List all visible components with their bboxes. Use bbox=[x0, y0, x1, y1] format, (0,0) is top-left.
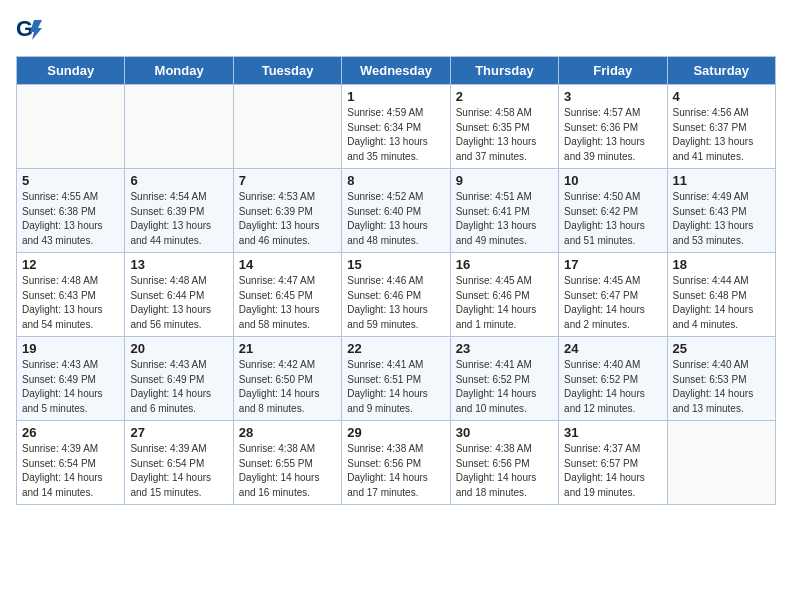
day-number: 23 bbox=[456, 341, 553, 356]
weekday-header: Wednesday bbox=[342, 57, 450, 85]
calendar-cell: 25Sunrise: 4:40 AM Sunset: 6:53 PM Dayli… bbox=[667, 337, 775, 421]
weekday-header: Sunday bbox=[17, 57, 125, 85]
day-info: Sunrise: 4:40 AM Sunset: 6:53 PM Dayligh… bbox=[673, 358, 770, 416]
calendar-cell bbox=[667, 421, 775, 505]
day-number: 8 bbox=[347, 173, 444, 188]
calendar-cell: 1Sunrise: 4:59 AM Sunset: 6:34 PM Daylig… bbox=[342, 85, 450, 169]
day-info: Sunrise: 4:41 AM Sunset: 6:52 PM Dayligh… bbox=[456, 358, 553, 416]
calendar-cell: 5Sunrise: 4:55 AM Sunset: 6:38 PM Daylig… bbox=[17, 169, 125, 253]
calendar-table: SundayMondayTuesdayWednesdayThursdayFrid… bbox=[16, 56, 776, 505]
calendar-cell: 17Sunrise: 4:45 AM Sunset: 6:47 PM Dayli… bbox=[559, 253, 667, 337]
calendar-cell: 18Sunrise: 4:44 AM Sunset: 6:48 PM Dayli… bbox=[667, 253, 775, 337]
calendar-cell: 16Sunrise: 4:45 AM Sunset: 6:46 PM Dayli… bbox=[450, 253, 558, 337]
page-header: G bbox=[16, 16, 776, 44]
day-number: 24 bbox=[564, 341, 661, 356]
day-number: 6 bbox=[130, 173, 227, 188]
day-info: Sunrise: 4:47 AM Sunset: 6:45 PM Dayligh… bbox=[239, 274, 336, 332]
day-number: 22 bbox=[347, 341, 444, 356]
calendar-cell: 29Sunrise: 4:38 AM Sunset: 6:56 PM Dayli… bbox=[342, 421, 450, 505]
calendar-week: 5Sunrise: 4:55 AM Sunset: 6:38 PM Daylig… bbox=[17, 169, 776, 253]
day-number: 14 bbox=[239, 257, 336, 272]
calendar-cell bbox=[17, 85, 125, 169]
day-number: 10 bbox=[564, 173, 661, 188]
calendar-cell: 14Sunrise: 4:47 AM Sunset: 6:45 PM Dayli… bbox=[233, 253, 341, 337]
calendar-week: 1Sunrise: 4:59 AM Sunset: 6:34 PM Daylig… bbox=[17, 85, 776, 169]
day-number: 3 bbox=[564, 89, 661, 104]
day-info: Sunrise: 4:43 AM Sunset: 6:49 PM Dayligh… bbox=[22, 358, 119, 416]
calendar-cell: 8Sunrise: 4:52 AM Sunset: 6:40 PM Daylig… bbox=[342, 169, 450, 253]
calendar-cell: 9Sunrise: 4:51 AM Sunset: 6:41 PM Daylig… bbox=[450, 169, 558, 253]
day-info: Sunrise: 4:57 AM Sunset: 6:36 PM Dayligh… bbox=[564, 106, 661, 164]
calendar-week: 26Sunrise: 4:39 AM Sunset: 6:54 PM Dayli… bbox=[17, 421, 776, 505]
day-number: 17 bbox=[564, 257, 661, 272]
day-info: Sunrise: 4:58 AM Sunset: 6:35 PM Dayligh… bbox=[456, 106, 553, 164]
day-number: 21 bbox=[239, 341, 336, 356]
calendar-cell: 6Sunrise: 4:54 AM Sunset: 6:39 PM Daylig… bbox=[125, 169, 233, 253]
day-info: Sunrise: 4:38 AM Sunset: 6:56 PM Dayligh… bbox=[347, 442, 444, 500]
calendar-cell: 26Sunrise: 4:39 AM Sunset: 6:54 PM Dayli… bbox=[17, 421, 125, 505]
day-info: Sunrise: 4:55 AM Sunset: 6:38 PM Dayligh… bbox=[22, 190, 119, 248]
calendar-cell: 27Sunrise: 4:39 AM Sunset: 6:54 PM Dayli… bbox=[125, 421, 233, 505]
calendar-cell: 2Sunrise: 4:58 AM Sunset: 6:35 PM Daylig… bbox=[450, 85, 558, 169]
calendar-cell: 12Sunrise: 4:48 AM Sunset: 6:43 PM Dayli… bbox=[17, 253, 125, 337]
day-info: Sunrise: 4:37 AM Sunset: 6:57 PM Dayligh… bbox=[564, 442, 661, 500]
day-info: Sunrise: 4:49 AM Sunset: 6:43 PM Dayligh… bbox=[673, 190, 770, 248]
day-number: 15 bbox=[347, 257, 444, 272]
calendar-cell: 21Sunrise: 4:42 AM Sunset: 6:50 PM Dayli… bbox=[233, 337, 341, 421]
calendar-cell: 20Sunrise: 4:43 AM Sunset: 6:49 PM Dayli… bbox=[125, 337, 233, 421]
day-info: Sunrise: 4:42 AM Sunset: 6:50 PM Dayligh… bbox=[239, 358, 336, 416]
logo-icon: G bbox=[16, 16, 44, 44]
day-number: 26 bbox=[22, 425, 119, 440]
weekday-header: Thursday bbox=[450, 57, 558, 85]
weekday-header: Monday bbox=[125, 57, 233, 85]
calendar-cell: 13Sunrise: 4:48 AM Sunset: 6:44 PM Dayli… bbox=[125, 253, 233, 337]
day-info: Sunrise: 4:48 AM Sunset: 6:43 PM Dayligh… bbox=[22, 274, 119, 332]
calendar-cell bbox=[233, 85, 341, 169]
day-info: Sunrise: 4:54 AM Sunset: 6:39 PM Dayligh… bbox=[130, 190, 227, 248]
day-info: Sunrise: 4:56 AM Sunset: 6:37 PM Dayligh… bbox=[673, 106, 770, 164]
day-number: 28 bbox=[239, 425, 336, 440]
day-number: 4 bbox=[673, 89, 770, 104]
day-number: 20 bbox=[130, 341, 227, 356]
day-number: 16 bbox=[456, 257, 553, 272]
calendar-cell: 7Sunrise: 4:53 AM Sunset: 6:39 PM Daylig… bbox=[233, 169, 341, 253]
day-number: 18 bbox=[673, 257, 770, 272]
calendar-cell: 24Sunrise: 4:40 AM Sunset: 6:52 PM Dayli… bbox=[559, 337, 667, 421]
day-info: Sunrise: 4:39 AM Sunset: 6:54 PM Dayligh… bbox=[22, 442, 119, 500]
day-number: 29 bbox=[347, 425, 444, 440]
calendar-cell bbox=[125, 85, 233, 169]
day-number: 11 bbox=[673, 173, 770, 188]
day-number: 9 bbox=[456, 173, 553, 188]
day-info: Sunrise: 4:39 AM Sunset: 6:54 PM Dayligh… bbox=[130, 442, 227, 500]
day-number: 12 bbox=[22, 257, 119, 272]
calendar-week: 12Sunrise: 4:48 AM Sunset: 6:43 PM Dayli… bbox=[17, 253, 776, 337]
day-info: Sunrise: 4:45 AM Sunset: 6:46 PM Dayligh… bbox=[456, 274, 553, 332]
day-info: Sunrise: 4:41 AM Sunset: 6:51 PM Dayligh… bbox=[347, 358, 444, 416]
day-info: Sunrise: 4:51 AM Sunset: 6:41 PM Dayligh… bbox=[456, 190, 553, 248]
calendar-cell: 11Sunrise: 4:49 AM Sunset: 6:43 PM Dayli… bbox=[667, 169, 775, 253]
calendar-cell: 4Sunrise: 4:56 AM Sunset: 6:37 PM Daylig… bbox=[667, 85, 775, 169]
day-info: Sunrise: 4:40 AM Sunset: 6:52 PM Dayligh… bbox=[564, 358, 661, 416]
calendar-cell: 19Sunrise: 4:43 AM Sunset: 6:49 PM Dayli… bbox=[17, 337, 125, 421]
calendar-cell: 22Sunrise: 4:41 AM Sunset: 6:51 PM Dayli… bbox=[342, 337, 450, 421]
day-info: Sunrise: 4:43 AM Sunset: 6:49 PM Dayligh… bbox=[130, 358, 227, 416]
weekday-header: Friday bbox=[559, 57, 667, 85]
logo: G bbox=[16, 16, 46, 44]
day-number: 31 bbox=[564, 425, 661, 440]
day-number: 13 bbox=[130, 257, 227, 272]
day-info: Sunrise: 4:38 AM Sunset: 6:55 PM Dayligh… bbox=[239, 442, 336, 500]
day-info: Sunrise: 4:45 AM Sunset: 6:47 PM Dayligh… bbox=[564, 274, 661, 332]
day-number: 27 bbox=[130, 425, 227, 440]
day-number: 2 bbox=[456, 89, 553, 104]
calendar-cell: 28Sunrise: 4:38 AM Sunset: 6:55 PM Dayli… bbox=[233, 421, 341, 505]
calendar-header: SundayMondayTuesdayWednesdayThursdayFrid… bbox=[17, 57, 776, 85]
day-info: Sunrise: 4:38 AM Sunset: 6:56 PM Dayligh… bbox=[456, 442, 553, 500]
day-info: Sunrise: 4:48 AM Sunset: 6:44 PM Dayligh… bbox=[130, 274, 227, 332]
calendar-cell: 3Sunrise: 4:57 AM Sunset: 6:36 PM Daylig… bbox=[559, 85, 667, 169]
weekday-header: Saturday bbox=[667, 57, 775, 85]
day-info: Sunrise: 4:59 AM Sunset: 6:34 PM Dayligh… bbox=[347, 106, 444, 164]
day-info: Sunrise: 4:46 AM Sunset: 6:46 PM Dayligh… bbox=[347, 274, 444, 332]
day-info: Sunrise: 4:44 AM Sunset: 6:48 PM Dayligh… bbox=[673, 274, 770, 332]
calendar-cell: 15Sunrise: 4:46 AM Sunset: 6:46 PM Dayli… bbox=[342, 253, 450, 337]
day-info: Sunrise: 4:52 AM Sunset: 6:40 PM Dayligh… bbox=[347, 190, 444, 248]
